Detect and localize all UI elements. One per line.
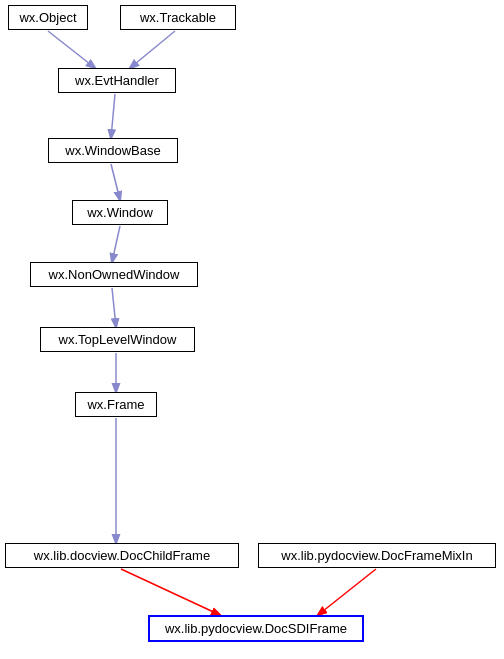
node-docsdiframe-label: wx.lib.pydocview.DocSDIFrame	[165, 621, 347, 636]
svg-line-8	[121, 569, 220, 615]
node-wx-nonownedwindow-label: wx.NonOwnedWindow	[49, 267, 180, 282]
svg-line-4	[112, 226, 120, 262]
svg-line-2	[111, 94, 115, 138]
svg-line-3	[111, 164, 120, 200]
node-wx-trackable-label: wx.Trackable	[140, 10, 216, 25]
node-wx-object: wx.Object	[8, 5, 88, 30]
node-wx-toplevelwindow: wx.TopLevelWindow	[40, 327, 195, 352]
svg-line-5	[112, 288, 116, 327]
node-wx-windowbase: wx.WindowBase	[48, 138, 178, 163]
svg-line-0	[48, 31, 95, 68]
svg-line-1	[130, 31, 175, 68]
node-wx-frame: wx.Frame	[75, 392, 157, 417]
node-wx-frame-label: wx.Frame	[87, 397, 144, 412]
node-wx-object-label: wx.Object	[19, 10, 76, 25]
svg-line-9	[318, 569, 376, 615]
node-wx-nonownedwindow: wx.NonOwnedWindow	[30, 262, 198, 287]
node-docframemixin: wx.lib.pydocview.DocFrameMixIn	[258, 543, 496, 568]
node-docframemixin-label: wx.lib.pydocview.DocFrameMixIn	[281, 548, 472, 563]
node-wx-evthandler-label: wx.EvtHandler	[75, 73, 159, 88]
node-docchildframe-label: wx.lib.docview.DocChildFrame	[34, 548, 210, 563]
node-wx-window-label: wx.Window	[87, 205, 153, 220]
node-wx-evthandler: wx.EvtHandler	[58, 68, 176, 93]
node-wx-toplevelwindow-label: wx.TopLevelWindow	[59, 332, 177, 347]
node-wx-window: wx.Window	[72, 200, 168, 225]
node-docchildframe: wx.lib.docview.DocChildFrame	[5, 543, 239, 568]
diagram-container: wx.Object wx.Trackable wx.EvtHandler wx.…	[0, 0, 504, 659]
node-docsdiframe: wx.lib.pydocview.DocSDIFrame	[148, 615, 364, 642]
node-wx-windowbase-label: wx.WindowBase	[65, 143, 160, 158]
node-wx-trackable: wx.Trackable	[120, 5, 236, 30]
